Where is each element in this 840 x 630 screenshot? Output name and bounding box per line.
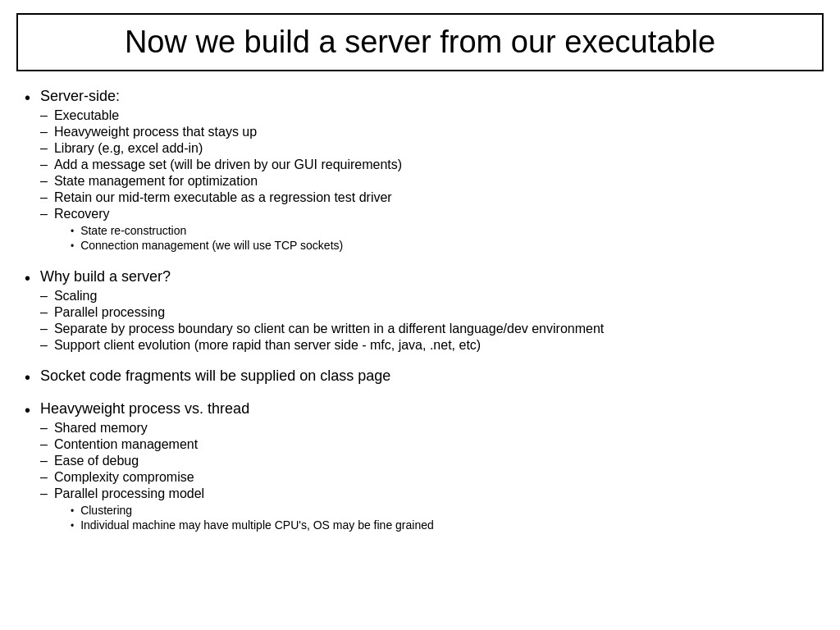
sub-item-text-0-6-0: State re-construction xyxy=(80,224,186,237)
sub-bullet-icon-0-6-0: • xyxy=(71,226,74,237)
dash-item-text-1-3: Support client evolution (more rapid tha… xyxy=(54,338,481,353)
dash-item-3-3: –Complexity compromise xyxy=(40,470,815,485)
dash-item-text-1-2: Separate by process boundary so client c… xyxy=(54,322,604,336)
dash-item-text-3-3: Complexity compromise xyxy=(54,470,194,485)
section-label-2: Socket code fragments will be supplied o… xyxy=(40,368,390,384)
section-content-2: Socket code fragments will be supplied o… xyxy=(40,368,815,385)
dash-item-text-0-6: Recovery•State re-construction•Connectio… xyxy=(54,207,343,253)
main-list: •Server-side:–Executable–Heavyweight pro… xyxy=(25,88,815,535)
bullet-icon-1: • xyxy=(25,269,30,288)
dash-icon-0-6: – xyxy=(40,207,48,221)
sub-item-0-6-1: •Connection management (we will use TCP … xyxy=(54,239,343,252)
dash-icon-0-1: – xyxy=(40,125,48,139)
sub-item-3-4-0: •Clustering xyxy=(54,504,434,517)
sub-list-0-6: •State re-construction•Connection manage… xyxy=(54,224,343,252)
sub-list-3-4: •Clustering•Individual machine may have … xyxy=(54,504,434,532)
dash-item-3-2: –Ease of debug xyxy=(40,454,815,468)
section-content-0: Server-side:–Executable–Heavyweight proc… xyxy=(40,88,815,255)
dash-item-text-3-1: Contention management xyxy=(54,437,198,452)
dash-item-1-0: –Scaling xyxy=(40,289,815,304)
dash-item-0-3: –Add a message set (will be driven by ou… xyxy=(40,158,815,172)
dash-item-0-6: –Recovery•State re-construction•Connecti… xyxy=(40,207,815,253)
dash-icon-0-5: – xyxy=(40,190,48,205)
dash-icon-3-4: – xyxy=(40,486,48,501)
dash-item-0-1: –Heavyweight process that stays up xyxy=(40,125,815,139)
dash-item-text-3-0: Shared memory xyxy=(54,421,148,436)
sub-bullet-icon-3-4-0: • xyxy=(71,505,74,517)
section-label-1: Why build a server? xyxy=(40,268,171,285)
dash-icon-0-2: – xyxy=(40,141,48,156)
sub-item-0-6-0: •State re-construction xyxy=(54,224,343,237)
dash-item-text-0-4: State management for optimization xyxy=(54,174,258,189)
dash-icon-0-3: – xyxy=(40,158,48,172)
top-level-item-2: •Socket code fragments will be supplied … xyxy=(25,368,815,387)
dash-item-1-3: –Support client evolution (more rapid th… xyxy=(40,338,815,353)
section-content-3: Heavyweight process vs. thread–Shared me… xyxy=(40,400,815,535)
dash-item-3-0: –Shared memory xyxy=(40,421,815,436)
dash-item-text-3-2: Ease of debug xyxy=(54,454,139,468)
dash-list-0: –Executable–Heavyweight process that sta… xyxy=(40,108,815,253)
dash-icon-1-2: – xyxy=(40,322,48,336)
sub-item-text-3-4-0: Clustering xyxy=(80,504,132,517)
dash-item-0-5: –Retain our mid-term executable as a reg… xyxy=(40,190,815,205)
dash-item-3-4: –Parallel processing model•Clustering•In… xyxy=(40,486,815,533)
dash-item-0-2: –Library (e.g, excel add-in) xyxy=(40,141,815,156)
sub-bullet-icon-0-6-1: • xyxy=(71,240,74,252)
dash-item-text-0-0: Executable xyxy=(54,108,119,123)
dash-item-text-0-3: Add a message set (will be driven by our… xyxy=(54,158,402,172)
bullet-icon-3: • xyxy=(25,401,30,420)
bullet-icon-2: • xyxy=(25,368,30,387)
dash-item-0-4: –State management for optimization xyxy=(40,174,815,189)
dash-list-1: –Scaling–Parallel processing–Separate by… xyxy=(40,289,815,353)
dash-icon-1-3: – xyxy=(40,338,48,353)
sub-item-3-4-1: •Individual machine may have multiple CP… xyxy=(54,518,434,532)
section-label-0: Server-side: xyxy=(40,88,120,104)
dash-item-text-1-0: Scaling xyxy=(54,289,97,304)
slide-title: Now we build a server from our executabl… xyxy=(125,25,715,59)
dash-list-3: –Shared memory–Contention management–Eas… xyxy=(40,421,815,533)
dash-item-0-0: –Executable xyxy=(40,108,815,123)
bullet-icon-0: • xyxy=(25,89,30,107)
dash-item-text-3-4: Parallel processing model•Clustering•Ind… xyxy=(54,486,434,533)
title-box: Now we build a server from our executabl… xyxy=(16,13,824,71)
dash-item-text-1-1: Parallel processing xyxy=(54,305,165,320)
sub-item-text-3-4-1: Individual machine may have multiple CPU… xyxy=(80,518,434,532)
dash-icon-1-0: – xyxy=(40,289,48,304)
dash-icon-3-3: – xyxy=(40,470,48,485)
dash-item-text-0-5: Retain our mid-term executable as a regr… xyxy=(54,190,392,205)
top-level-item-1: •Why build a server?–Scaling–Parallel pr… xyxy=(25,268,815,354)
sub-bullet-icon-3-4-1: • xyxy=(71,520,74,532)
dash-icon-0-0: – xyxy=(40,108,48,123)
slide-content: •Server-side:–Executable–Heavyweight pro… xyxy=(16,88,824,535)
dash-item-3-1: –Contention management xyxy=(40,437,815,452)
dash-icon-3-0: – xyxy=(40,421,48,436)
sub-item-text-0-6-1: Connection management (we will use TCP s… xyxy=(80,239,343,252)
section-label-3: Heavyweight process vs. thread xyxy=(40,400,249,417)
dash-item-1-2: –Separate by process boundary so client … xyxy=(40,322,815,336)
dash-item-1-1: –Parallel processing xyxy=(40,305,815,320)
dash-icon-3-2: – xyxy=(40,454,48,468)
dash-item-text-0-2: Library (e.g, excel add-in) xyxy=(54,141,203,156)
section-content-1: Why build a server?–Scaling–Parallel pro… xyxy=(40,268,815,354)
dash-item-text-0-1: Heavyweight process that stays up xyxy=(54,125,257,139)
top-level-item-0: •Server-side:–Executable–Heavyweight pro… xyxy=(25,88,815,255)
top-level-item-3: •Heavyweight process vs. thread–Shared m… xyxy=(25,400,815,535)
dash-icon-3-1: – xyxy=(40,437,48,452)
dash-icon-1-1: – xyxy=(40,305,48,320)
dash-icon-0-4: – xyxy=(40,174,48,189)
